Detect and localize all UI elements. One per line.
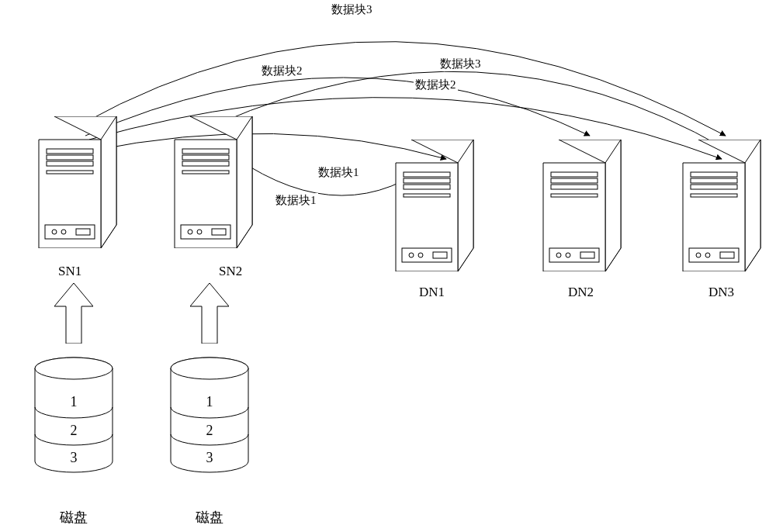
disk-sn1-row2: 2 bbox=[31, 423, 116, 439]
svg-marker-23 bbox=[458, 140, 473, 271]
server-label-dn2: DN2 bbox=[568, 285, 594, 300]
svg-marker-1 bbox=[101, 116, 116, 248]
upload-arrow-sn1 bbox=[54, 283, 93, 344]
disk-sn1-row3: 3 bbox=[31, 450, 116, 466]
svg-marker-24 bbox=[396, 163, 458, 271]
svg-marker-46 bbox=[683, 163, 745, 271]
edge-label-sn2-dn3-block3: 数据块3 bbox=[438, 57, 483, 71]
disk-label-sn1: 磁盘 bbox=[31, 508, 116, 527]
server-dn2 bbox=[535, 140, 629, 271]
diagram-canvas: 数据块3 数据块2 数据块3 数据块2 数据块1 数据块1 SN1 SN2 bbox=[0, 0, 776, 532]
svg-marker-45 bbox=[745, 140, 760, 271]
server-label-dn3: DN3 bbox=[708, 285, 734, 300]
svg-point-58 bbox=[171, 358, 248, 379]
upload-arrow-sn2 bbox=[190, 283, 229, 344]
svg-marker-2 bbox=[39, 140, 101, 248]
disk-sn2-row3: 3 bbox=[167, 450, 252, 466]
server-sn2 bbox=[167, 116, 260, 248]
edge-label-sn1-dn2-block2: 数据块2 bbox=[260, 64, 304, 78]
server-dn1 bbox=[388, 140, 481, 271]
server-dn3 bbox=[675, 140, 768, 271]
server-label-dn1: DN1 bbox=[419, 285, 445, 300]
svg-marker-13 bbox=[175, 140, 237, 248]
server-sn1 bbox=[31, 116, 124, 248]
svg-marker-12 bbox=[237, 116, 252, 248]
svg-marker-35 bbox=[543, 163, 605, 271]
server-label-sn1: SN1 bbox=[58, 264, 81, 279]
disk-sn1-row1: 1 bbox=[31, 394, 116, 410]
disk-label-sn2: 磁盘 bbox=[167, 508, 252, 527]
svg-point-57 bbox=[35, 358, 113, 379]
edge-label-sn1-dn3-block3: 数据块3 bbox=[330, 2, 374, 17]
disk-sn2-row2: 2 bbox=[167, 423, 252, 439]
svg-marker-34 bbox=[605, 140, 621, 271]
edge-label-sn1-dn1-block1: 数据块1 bbox=[317, 165, 361, 180]
edge-label-sn2-dn1-block1: 数据块1 bbox=[274, 193, 318, 208]
svg-marker-55 bbox=[54, 283, 93, 344]
svg-marker-56 bbox=[190, 283, 229, 344]
edge-label-sn1-dn3-block2: 数据块2 bbox=[414, 78, 458, 92]
server-label-sn2: SN2 bbox=[219, 264, 242, 279]
disk-sn2-row1: 1 bbox=[167, 394, 252, 410]
